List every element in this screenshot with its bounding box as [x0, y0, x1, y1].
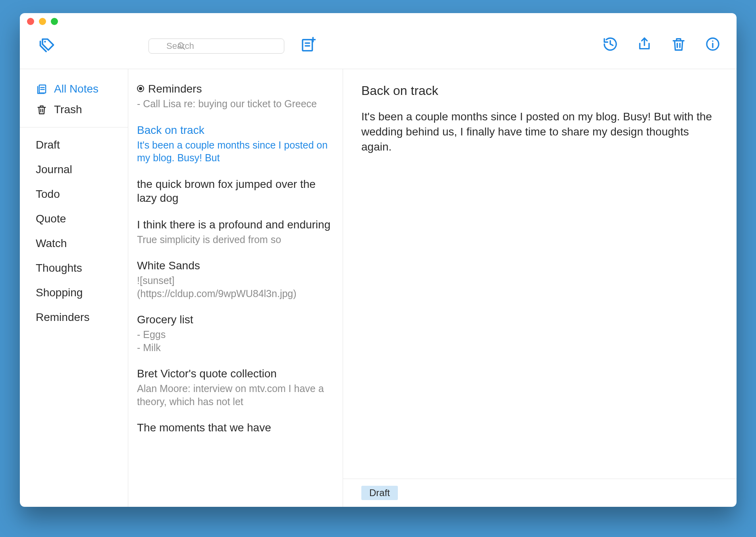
window-zoom-button[interactable] — [51, 18, 58, 25]
note-title-text: Grocery list — [137, 313, 193, 326]
sidebar-all-notes[interactable]: All Notes — [36, 79, 118, 99]
sidebar-trash[interactable]: Trash — [36, 99, 118, 120]
note-title-text: White Sands — [137, 259, 200, 272]
window-titlebar — [20, 13, 737, 26]
note-title: I think there is a profound and enduring — [137, 218, 334, 232]
sidebar: All Notes Trash — [20, 69, 128, 507]
note-list-item[interactable]: The moments that we have — [137, 417, 334, 443]
note-title: Bret Victor's quote collection — [137, 367, 334, 381]
editor-body: It's been a couple months since I posted… — [361, 109, 713, 154]
note-list-item[interactable]: I think there is a profound and enduring… — [137, 214, 334, 255]
note-title: The moments that we have — [137, 421, 334, 435]
note-title-text: the quick brown fox jumped over the lazy… — [137, 178, 316, 204]
note-list-item[interactable]: White Sands![sunset](https://cldup.com/9… — [137, 255, 334, 309]
svg-point-0 — [44, 41, 46, 42]
sidebar-item-label: All Notes — [54, 83, 98, 95]
svg-point-13 — [712, 41, 713, 42]
window-minimize-button[interactable] — [39, 18, 46, 25]
note-list-item[interactable]: Reminders- Call Lisa re: buying our tick… — [137, 78, 334, 119]
trash-icon[interactable] — [671, 36, 687, 52]
note-list-item[interactable]: Back on trackIt's been a couple months s… — [137, 119, 334, 173]
note-title-text: Bret Victor's quote collection — [137, 367, 277, 380]
note-title: White Sands — [137, 259, 334, 272]
note-title-text: I think there is a profound and enduring — [137, 218, 330, 231]
share-icon[interactable] — [636, 36, 652, 52]
sidebar-tag-thoughts[interactable]: Thoughts — [36, 262, 118, 274]
tags-icon[interactable] — [38, 37, 56, 54]
search-field-wrap — [148, 39, 284, 54]
note-preview: - Call Lisa re: buying our ticket to Gre… — [137, 97, 334, 110]
note-preview: - Eggs - Milk — [137, 328, 334, 354]
note-title: the quick brown fox jumped over the lazy… — [137, 177, 334, 205]
editor-content[interactable]: Back on track It's been a couple months … — [343, 69, 737, 479]
info-icon[interactable] — [705, 36, 721, 52]
note-list-item[interactable]: Grocery list- Eggs - Milk — [137, 309, 334, 363]
all-notes-icon — [36, 83, 48, 95]
history-icon[interactable] — [602, 36, 618, 52]
note-title-text: Back on track — [137, 124, 204, 136]
sidebar-tag-shopping[interactable]: Shopping — [36, 286, 118, 299]
note-title-text: Reminders — [148, 83, 202, 95]
note-preview: ![sunset](https://cldup.com/9wpWU84l3n.j… — [137, 274, 334, 300]
editor-title: Back on track — [361, 83, 713, 98]
sidebar-tag-quote[interactable]: Quote — [36, 212, 118, 225]
sidebar-tag-watch[interactable]: Watch — [36, 237, 118, 250]
editor-pane: Back on track It's been a couple months … — [343, 69, 737, 507]
note-list: Reminders- Call Lisa re: buying our tick… — [128, 69, 343, 507]
reminder-bullet-icon — [137, 85, 144, 92]
sidebar-tag-draft[interactable]: Draft — [36, 139, 118, 151]
toolbar — [20, 26, 737, 69]
note-list-item[interactable]: the quick brown fox jumped over the lazy… — [137, 173, 334, 214]
new-note-button[interactable] — [300, 36, 316, 53]
editor-footer: Draft — [343, 479, 737, 507]
sidebar-item-label: Trash — [54, 103, 82, 116]
note-title: Reminders — [137, 82, 334, 96]
note-preview: True simplicity is derived from so — [137, 233, 334, 246]
note-title-text: The moments that we have — [137, 421, 271, 434]
sidebar-tag-journal[interactable]: Journal — [36, 163, 118, 176]
sidebar-tags: Draft Journal Todo Quote Watch Thoughts … — [20, 127, 128, 324]
note-title: Grocery list — [137, 313, 334, 326]
tag-chip[interactable]: Draft — [361, 486, 398, 500]
search-input[interactable] — [148, 39, 284, 54]
note-title: Back on track — [137, 123, 334, 137]
note-preview: It's been a couple months since I posted… — [137, 139, 334, 164]
sidebar-tag-reminders[interactable]: Reminders — [36, 311, 118, 324]
trash-outline-icon — [36, 104, 48, 115]
note-list-item[interactable]: Bret Victor's quote collectionAlan Moore… — [137, 363, 334, 417]
sidebar-tag-todo[interactable]: Todo — [36, 188, 118, 201]
app-window: All Notes Trash — [20, 13, 737, 507]
window-close-button[interactable] — [27, 18, 34, 25]
note-preview: Alan Moore: interview on mtv.com I have … — [137, 382, 334, 408]
